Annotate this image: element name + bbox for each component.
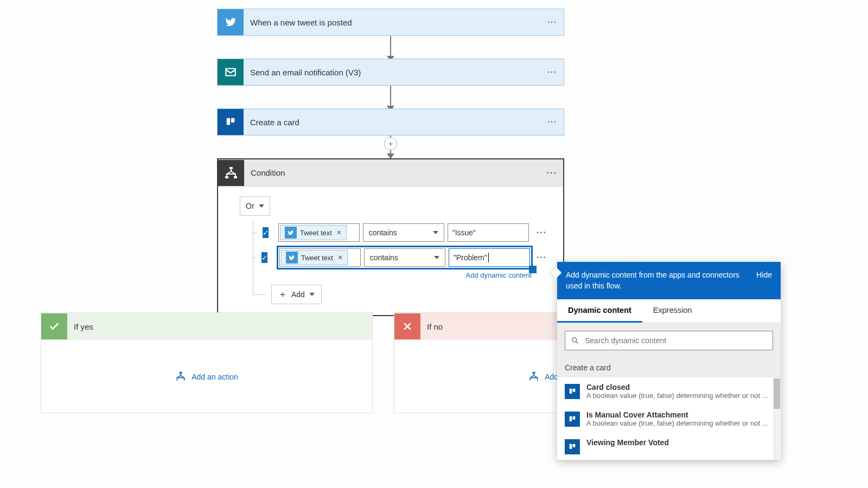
row-more-menu[interactable]: ··· (537, 228, 547, 237)
svg-rect-5 (234, 176, 237, 178)
tree-branch (253, 294, 266, 295)
condition-header[interactable]: Condition ··· (218, 159, 563, 187)
svg-rect-12 (573, 416, 576, 419)
condition-title: Condition (244, 168, 540, 177)
twitter-icon (286, 252, 298, 264)
panel-header-text: Add dynamic content from the apps and co… (566, 269, 750, 292)
operator-select[interactable]: contains (364, 248, 445, 267)
step-title: When a new tweet is posted (244, 18, 541, 27)
check-icon: ✓ (261, 254, 267, 262)
trello-icon (218, 109, 244, 135)
token-label: Tweet text (300, 229, 332, 237)
tab-dynamic-content[interactable]: Dynamic content (557, 299, 642, 323)
connector-arrow (390, 86, 391, 111)
svg-point-8 (572, 337, 577, 342)
mail-icon (218, 59, 244, 85)
text-cursor (488, 253, 489, 262)
condition-icon (218, 160, 244, 186)
item-desc: A boolean value (true, false) determinin… (586, 391, 773, 400)
svg-rect-9 (570, 388, 572, 393)
search-field[interactable] (585, 336, 767, 345)
operand-field[interactable]: Tweet text ✕ (279, 248, 361, 267)
svg-rect-2 (231, 118, 234, 123)
twitter-icon (285, 227, 297, 239)
add-dynamic-content-link[interactable]: Add dynamic content (240, 271, 532, 279)
twitter-icon (218, 9, 244, 35)
check-icon: ✓ (263, 229, 269, 237)
item-name: Card closed (586, 383, 773, 391)
operator-select[interactable]: contains (363, 223, 444, 242)
item-name: Viewing Member Voted (586, 438, 773, 447)
plus-icon: ＋ (278, 289, 287, 300)
operator-label: contains (369, 228, 397, 237)
dynamic-content-item[interactable]: Card closed A boolean value (true, false… (557, 377, 781, 405)
step-more-menu[interactable]: ··· (541, 18, 564, 27)
trigger-step[interactable]: When a new tweet is posted ··· (217, 9, 564, 36)
content-section-header: Create a card (557, 358, 781, 377)
search-icon (571, 336, 579, 345)
branch-title: If yes (67, 322, 93, 331)
value-input[interactable]: "Issue" (448, 223, 529, 242)
tree-branch (253, 258, 256, 258)
value-text: "Problem" (454, 253, 487, 262)
remove-token-icon[interactable]: ✕ (337, 254, 343, 261)
insert-step-button[interactable]: + (384, 137, 397, 150)
branch-title: If no (420, 322, 443, 331)
trello-step[interactable]: Create a card ··· (217, 108, 564, 136)
resize-handle[interactable] (529, 266, 537, 273)
group-operator-label: Or (246, 202, 254, 210)
add-action-button[interactable]: Add an action (175, 371, 238, 382)
svg-rect-3 (229, 167, 233, 169)
chevron-down-icon (434, 256, 439, 259)
step-more-menu[interactable]: ··· (541, 118, 564, 126)
step-title: Create a card (244, 118, 541, 127)
svg-rect-1 (227, 118, 230, 125)
svg-rect-14 (573, 444, 576, 447)
svg-rect-10 (573, 388, 576, 391)
panel-tabs: Dynamic content Expression (557, 299, 781, 323)
condition-more-menu[interactable]: ··· (540, 168, 563, 178)
step-title: Send an email notification (V3) (244, 68, 541, 77)
trello-icon (565, 384, 580, 399)
row-more-menu[interactable]: ··· (537, 253, 547, 262)
svg-rect-11 (570, 416, 572, 421)
chevron-down-icon (309, 293, 315, 296)
dynamic-token[interactable]: Tweet text ✕ (281, 250, 348, 265)
operand-field[interactable]: Tweet text ✕ (278, 223, 360, 242)
condition-card: Condition ··· Or ✓ Twee (217, 158, 564, 316)
tab-expression[interactable]: Expression (642, 299, 703, 323)
hide-panel-button[interactable]: Hide (756, 269, 772, 279)
remove-token-icon[interactable]: ✕ (336, 229, 342, 236)
step-more-menu[interactable]: ··· (541, 68, 564, 76)
add-action-label: Add an action (192, 373, 238, 381)
dynamic-token[interactable]: Tweet text ✕ (280, 225, 347, 240)
add-label: Add (291, 290, 305, 299)
svg-rect-7 (533, 372, 535, 374)
item-desc: A boolean value (true, false) determinin… (586, 419, 773, 427)
chevron-down-icon (433, 231, 438, 234)
svg-rect-13 (570, 444, 572, 448)
token-label: Tweet text (301, 254, 333, 262)
value-input[interactable]: "Problem" (449, 248, 530, 267)
item-name: Is Manual Cover Attachment (586, 410, 773, 419)
add-condition-button[interactable]: ＋ Add (271, 285, 322, 304)
dynamic-content-panel: Add dynamic content from the apps and co… (557, 262, 781, 460)
tree-branch (253, 233, 257, 233)
group-operator-select[interactable]: Or (240, 196, 270, 216)
dynamic-content-item[interactable]: Viewing Member Voted (557, 433, 781, 460)
condition-row: ✓ Tweet text ✕ contains (240, 245, 547, 270)
search-input[interactable] (565, 331, 773, 350)
dynamic-content-item[interactable]: Is Manual Cover Attachment A boolean val… (557, 405, 781, 433)
trello-icon (565, 439, 580, 454)
row-checkbox[interactable]: ✓ (261, 252, 267, 263)
operator-label: contains (370, 253, 398, 262)
scrollbar-thumb[interactable] (774, 378, 780, 409)
row-checkbox[interactable]: ✓ (263, 227, 269, 238)
email-step[interactable]: Send an email notification (V3) ··· (217, 59, 564, 86)
panel-header: Add dynamic content from the apps and co… (557, 262, 781, 299)
trello-icon (565, 412, 580, 427)
connector-arrow (390, 36, 391, 61)
condition-row: ✓ Tweet text ✕ contains (240, 220, 547, 245)
svg-rect-6 (180, 372, 182, 374)
scrollbar[interactable] (773, 377, 781, 460)
